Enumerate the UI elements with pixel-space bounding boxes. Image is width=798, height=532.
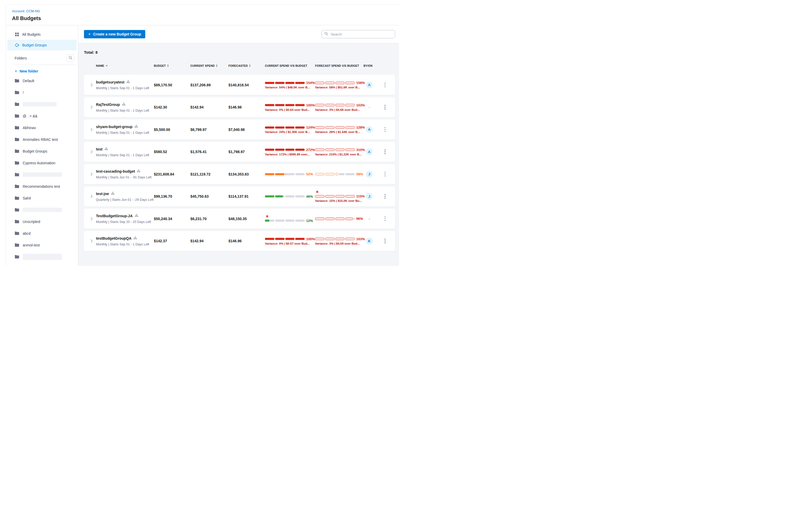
- sort-icon: [249, 64, 251, 67]
- column-header-name[interactable]: NAME: [96, 64, 154, 67]
- progress-fill: [265, 238, 274, 240]
- folder-item-budget-groups[interactable]: Budget Groups: [6, 145, 78, 157]
- folder-name: anmol-test: [23, 243, 40, 247]
- page-title: All Budgets: [12, 15, 399, 21]
- progress-fill: [315, 173, 324, 175]
- folder-item-sahil[interactable]: Sahil: [6, 192, 78, 204]
- progress-fill: [265, 173, 274, 175]
- budget-value: $5,500.00: [154, 128, 190, 132]
- folder-item-abcd[interactable]: abcd: [6, 227, 78, 239]
- sort-icon: [216, 64, 217, 67]
- folder-item-anomalies-rbac-test[interactable]: Anomalies RBAC test: [6, 134, 78, 145]
- row-menu-kebab-icon[interactable]: [384, 82, 387, 89]
- table-row[interactable]: test-joeQuarterly | Starts Jun 01 - -29 …: [84, 187, 395, 207]
- table-row[interactable]: TestBudgetGroup-JAMonthly | Starts Sep 2…: [84, 209, 395, 229]
- by-on-cell: J: [363, 171, 375, 177]
- table-row[interactable]: testMonthly | Starts Sep 01 - 1 Days Lef…: [84, 142, 395, 162]
- folder-item-recommendations-test[interactable]: Recommendations test: [6, 180, 78, 192]
- create-budget-group-button[interactable]: + Create a new Budget Group: [84, 30, 145, 38]
- name-cell: test-cascading-budgetMonthly | Starts Ju…: [96, 169, 154, 179]
- budget-groups-panel: Total: 8 NAMEBUDGETCURRENT SPENDFORECAST…: [78, 43, 399, 266]
- row-menu-kebab-icon[interactable]: [384, 104, 387, 111]
- column-header-budget[interactable]: BUDGET: [154, 64, 190, 67]
- folder-item-unscripted[interactable]: Unscripted: [6, 216, 78, 227]
- column-header-forecasted[interactable]: FORECASTED: [228, 64, 265, 67]
- budget-group-name: TestBudgetGroup-JA: [96, 214, 133, 218]
- search-box: [322, 30, 395, 38]
- table-row[interactable]: shyam-budget-groupMonthly | Starts Sep 0…: [84, 119, 395, 139]
- budget-value: $231,608.84: [154, 172, 190, 176]
- progress-track: [315, 82, 355, 84]
- expand-chevron-icon[interactable]: [84, 239, 96, 243]
- main-content: + Create a new Budget Group Total: 8 NAM…: [78, 25, 399, 266]
- forecasted-value: $48,150.35: [228, 217, 265, 221]
- row-menu-kebab-icon[interactable]: [384, 171, 387, 177]
- progress-fill: [325, 238, 335, 240]
- progress-fill: [265, 82, 274, 84]
- folder-icon: [15, 208, 19, 212]
- search-input[interactable]: [330, 32, 392, 37]
- new-folder-button[interactable]: + New folder: [6, 65, 78, 75]
- folder-item-cypress-automation[interactable]: Cypress Automation: [6, 157, 78, 169]
- row-menu-kebab-icon[interactable]: [384, 238, 387, 244]
- folder-search-button[interactable]: [66, 54, 74, 62]
- folder-icon: [15, 243, 19, 247]
- folder-icon: [15, 161, 19, 165]
- progress-remainder: [269, 220, 274, 222]
- table-row[interactable]: RajTestGroupMonthly | Starts Sep 01 - 1 …: [84, 97, 395, 117]
- expand-chevron-icon[interactable]: [84, 217, 96, 221]
- row-menu-kebab-icon[interactable]: [384, 193, 387, 200]
- search-icon: [69, 56, 73, 60]
- sort-icon: [167, 64, 169, 67]
- sidebar-item-label: Budget Groups: [22, 43, 47, 47]
- progress-track: [315, 195, 355, 198]
- folders-title: Folders: [15, 56, 27, 60]
- variance-text: Variance: 0% | $0.64 over Bud...: [265, 108, 310, 111]
- expand-chevron-icon[interactable]: [84, 128, 96, 131]
- folder-item-default[interactable]: Default: [6, 75, 78, 87]
- folder-item-item[interactable]: @ . > &&: [6, 110, 78, 122]
- progress-remainder: [295, 195, 305, 197]
- column-header-current-spend[interactable]: CURRENT SPEND: [190, 64, 228, 67]
- avatar: J: [366, 171, 373, 177]
- folder-name: Sahil: [23, 196, 31, 200]
- row-menu-kebab-icon[interactable]: [384, 126, 387, 133]
- row-menu-kebab-icon[interactable]: [384, 148, 387, 155]
- sidebar-item-all-budgets[interactable]: All Budgets: [7, 29, 77, 40]
- row-menu-kebab-icon[interactable]: [384, 215, 387, 222]
- forecast-spend-cell: 103%Variance: 3% | $4.68 over Bud...: [315, 103, 363, 111]
- forecasted-value: $134,353.83: [228, 172, 265, 176]
- expand-chevron-icon[interactable]: [84, 172, 96, 176]
- progress-fill: [325, 82, 335, 84]
- progress-remainder: [339, 173, 344, 175]
- variance-text: Variance: 3% | $4.68 over Bud...: [315, 108, 360, 111]
- expand-chevron-icon[interactable]: [84, 106, 96, 109]
- expand-chevron-icon[interactable]: [84, 194, 96, 198]
- budget-period-detail: Monthly | Starts Jun 01 - -91 Days Left: [96, 175, 154, 179]
- folder-item-abhinav[interactable]: Abhinav: [6, 122, 78, 134]
- progress-fill: [275, 173, 285, 175]
- expand-chevron-icon[interactable]: [84, 150, 96, 154]
- folder-item-item[interactable]: !: [6, 87, 78, 98]
- forecasted-value: $140,818.54: [228, 83, 265, 87]
- sidebar: All BudgetsBudget Groups Folders + New f…: [6, 25, 78, 266]
- table-row[interactable]: testBudgetGroupQAMonthly | Starts Sep 01…: [84, 231, 395, 251]
- sidebar-nav: All BudgetsBudget Groups: [6, 29, 78, 50]
- budget-period-detail: Monthly | Starts Sep 01 - 1 Days Left: [96, 153, 154, 157]
- folder-name: !: [23, 91, 24, 95]
- table-row[interactable]: test-cascading-budgetMonthly | Starts Ju…: [84, 164, 395, 184]
- folder-name: @ . > &&: [23, 114, 38, 118]
- forecast-spend-cell: 58%: [315, 172, 363, 176]
- table-row[interactable]: budgetsuryatestMonthly | Starts Sep 01 -…: [84, 75, 395, 95]
- sidebar-item-label: All Budgets: [22, 32, 41, 37]
- progress-fill: [325, 173, 335, 175]
- account-breadcrumb[interactable]: Account: CCM-NG: [12, 9, 40, 13]
- folder-item-anmol-test[interactable]: anmol-test: [6, 239, 78, 251]
- forecast-spend-cell: 128%Variance: 28% | $1.54K over B...: [315, 126, 363, 134]
- expand-chevron-icon[interactable]: [84, 83, 96, 87]
- progress-fill: [275, 238, 285, 240]
- budget-period-detail: Quarterly | Starts Jun 01 - -29 Days Lef…: [96, 198, 154, 202]
- progress-track: [265, 219, 305, 222]
- sidebar-item-budget-groups[interactable]: Budget Groups: [7, 40, 77, 50]
- progress-remainder: [285, 220, 295, 222]
